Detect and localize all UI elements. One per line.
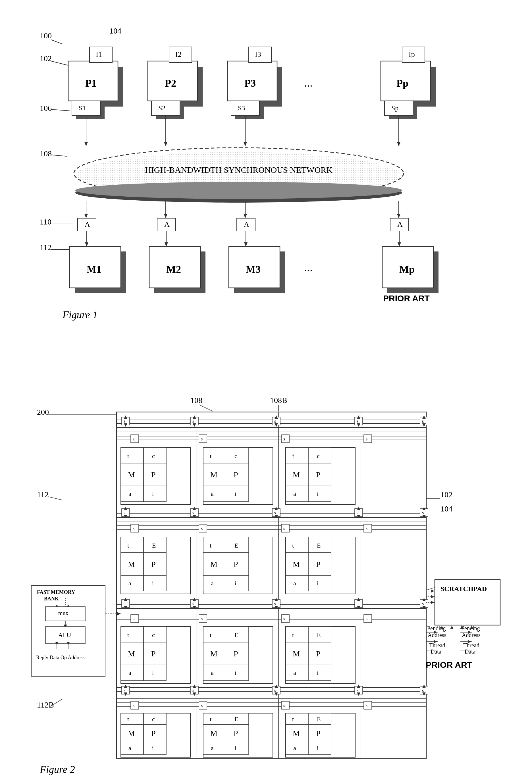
address1-label: Address xyxy=(428,632,447,638)
M2c3-label: M xyxy=(293,560,300,568)
cell-a3c2 xyxy=(203,665,226,681)
cell-c1c3 xyxy=(308,448,331,463)
s-bus3-2-lbl: s xyxy=(193,601,194,606)
c2-label: E xyxy=(152,542,156,549)
cell-i1c3 xyxy=(308,486,331,501)
s-sub5-1-lbl: s xyxy=(133,703,134,708)
P3c1-label: P xyxy=(151,649,156,658)
arrow-s2-net xyxy=(164,142,167,146)
network-band2 xyxy=(75,182,402,199)
P3c3-label: P xyxy=(316,649,320,658)
s-label-r2c3: s xyxy=(283,437,285,441)
cell-a1c3 xyxy=(286,486,308,501)
arr-to-scratch1 xyxy=(431,589,434,593)
s-bus3-1-lbl: s xyxy=(124,601,125,606)
arrow-s1-net xyxy=(84,142,88,146)
s-sub4-4 xyxy=(364,615,372,623)
P4c3-label: P xyxy=(316,729,320,737)
c3c3-label: E xyxy=(317,631,320,638)
a1-cell-label: a xyxy=(129,490,131,497)
c4c3-label: E xyxy=(317,715,320,722)
t1c2-label: t xyxy=(210,452,212,460)
a3c3-label: a xyxy=(293,669,296,676)
cell-t3c3 xyxy=(286,627,308,642)
dots-fig1: ... xyxy=(304,76,313,89)
alu-label: ALU xyxy=(58,631,71,638)
figure2-label: Figure 2 xyxy=(40,764,75,775)
s-sub2-1 xyxy=(131,524,139,532)
s-bus3-4-lbl: s xyxy=(357,601,358,606)
arr-to-scratch3 xyxy=(431,601,434,604)
ref-100: 100 xyxy=(40,31,52,40)
M3c2-label: M xyxy=(210,649,217,658)
cell-a3c1 xyxy=(121,665,144,681)
dots-mem: ... xyxy=(304,261,313,274)
t3c3-label: t xyxy=(292,631,294,638)
cell-i2c3 xyxy=(308,575,331,591)
p3-label: P3 xyxy=(244,78,256,89)
s-sub4-2 xyxy=(199,615,207,623)
c1c3-label: c xyxy=(317,452,320,460)
c1-label: c xyxy=(152,452,155,460)
figure2-svg: Figure 2 200 108 108B 112 102 104 206B xyxy=(23,392,523,778)
M2-cell-label: M xyxy=(128,560,135,568)
t4c1-label: t xyxy=(127,715,129,722)
cell-i1 xyxy=(144,486,166,501)
i4c2-label: i xyxy=(234,745,236,752)
s-sub2-4-lbl: s xyxy=(366,526,368,531)
M4c1-label: M xyxy=(128,729,135,737)
s-box-r2c2 xyxy=(199,435,207,443)
s-label-r1c1a: s xyxy=(124,419,125,424)
i4c3-label: i xyxy=(317,745,319,752)
s-sub2-4 xyxy=(364,524,372,532)
cell-t4c2 xyxy=(203,713,226,724)
s3-label: S3 xyxy=(238,104,245,112)
a1-label: A xyxy=(85,220,90,228)
s-sub4-4-lbl: s xyxy=(366,616,368,621)
s-box-r2c1 xyxy=(131,435,139,443)
c3c2-label: E xyxy=(234,631,238,638)
cell-a2c2 xyxy=(203,575,226,591)
s1-box xyxy=(72,101,100,115)
s-sub5-3 xyxy=(281,701,289,709)
cell-i1c2 xyxy=(226,486,249,501)
ref-106: 106 xyxy=(40,104,52,112)
arr-to-scratch2 xyxy=(431,595,434,599)
network-label: HIGH-BANDWIDTH SYNCHRONOUS NETWORK xyxy=(145,165,332,174)
thread1-label: Thread xyxy=(429,642,445,648)
P1c3-label: P xyxy=(316,470,320,479)
cell-t4c1 xyxy=(121,713,144,724)
cell-c1c2 xyxy=(226,448,249,463)
P3c2-label: P xyxy=(234,649,238,658)
s-sub4-3-lbl: s xyxy=(283,616,285,621)
reply-label: Reply Data Op Address xyxy=(36,655,84,660)
s2-label: S2 xyxy=(158,104,165,112)
svg-line-0 xyxy=(51,40,63,44)
cell-a1c2 xyxy=(203,486,226,501)
cell-i4c1 xyxy=(144,743,166,755)
mp-label: Mp xyxy=(399,264,414,275)
svg-line-4 xyxy=(51,155,67,156)
s-sub5-4-lbl: s xyxy=(366,703,368,708)
i2c2-label: i xyxy=(234,580,236,587)
a1c2-label: a xyxy=(211,490,214,497)
cell-c3c1 xyxy=(144,627,166,642)
a2c2-label: a xyxy=(211,580,214,587)
ref-104: 104 xyxy=(109,26,121,35)
P2c2-label: P xyxy=(234,560,238,568)
cell-t2c2 xyxy=(203,537,226,553)
s-sub5-2-lbl: s xyxy=(201,703,203,708)
M3c1-label: M xyxy=(128,649,135,658)
arrow-a2-m2 xyxy=(164,242,168,247)
P2-cell-label: P xyxy=(151,560,156,568)
s2-box xyxy=(151,101,180,115)
arrow-net-a2 xyxy=(164,214,167,218)
i1-label: I1 xyxy=(96,50,102,59)
figure1-area: 100 102 104 106 108 110 112 xyxy=(23,17,509,381)
a3c2-label: a xyxy=(211,669,214,676)
cell-i2 xyxy=(144,575,166,591)
ref-110: 110 xyxy=(40,217,52,226)
s-bus2-1-label: s xyxy=(124,510,125,515)
s-bus4-1-lbl: s xyxy=(124,688,125,693)
s-label-r1c1b: s xyxy=(193,419,194,424)
